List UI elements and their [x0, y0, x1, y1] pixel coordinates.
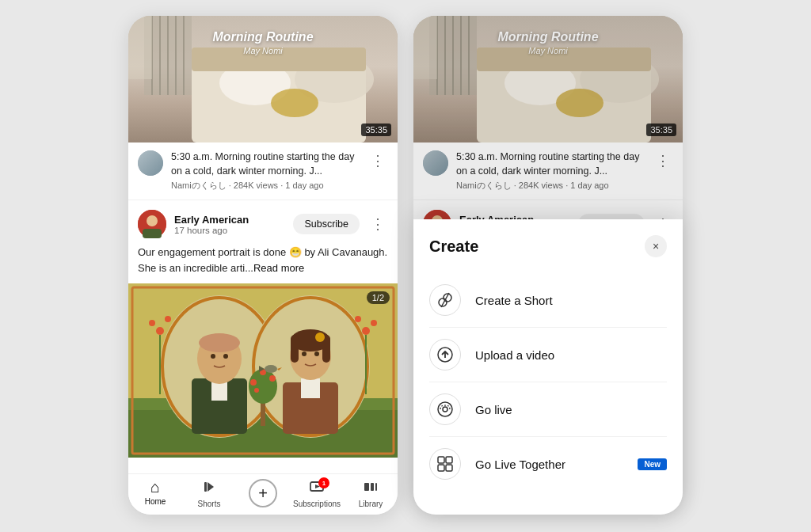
- video-subtitle-left: May Nomi: [128, 46, 398, 55]
- post-time-left: 17 hours ago: [174, 226, 285, 235]
- create-short-label: Create a Short: [475, 294, 667, 307]
- post-text-left: Our engagement portrait is done 😁 by Ali…: [128, 245, 398, 283]
- nav-library-label-left: Library: [359, 500, 383, 508]
- svg-point-51: [362, 327, 370, 335]
- video-channel-right: Namiのくらし · 284K views · 1 day ago: [456, 180, 645, 192]
- svg-rect-30: [301, 378, 320, 398]
- video-info-right: 5:30 a.m. Morning routine starting the d…: [413, 142, 683, 200]
- library-icon-left: [363, 479, 379, 497]
- video-subtitle-right: May Nomi: [413, 46, 683, 55]
- nav-home-left[interactable]: ⌂ Home: [128, 479, 182, 508]
- modal-item-go-live-together[interactable]: Go Live Together New: [429, 437, 667, 491]
- nav-create-left[interactable]: +: [236, 479, 290, 508]
- video-meta-right: 5:30 a.m. Morning routine starting the d…: [456, 150, 645, 192]
- svg-rect-127: [446, 465, 452, 471]
- modal-item-upload-video[interactable]: Upload a video: [429, 328, 667, 382]
- video-thumbnail-left[interactable]: Morning Routine May Nomi 35:35: [128, 16, 398, 142]
- post-header-left: Early American 17 hours ago Subscribe ⋮: [128, 200, 398, 245]
- svg-point-52: [371, 320, 377, 326]
- video-title-left: Morning Routine: [128, 30, 398, 44]
- post-image-left[interactable]: 1/2: [128, 283, 398, 458]
- nav-shorts-left[interactable]: Shorts: [182, 479, 236, 508]
- duration-badge-right: 35:35: [646, 124, 676, 136]
- nav-home-label-left: Home: [145, 497, 166, 506]
- svg-point-13: [147, 215, 158, 226]
- svg-rect-60: [371, 483, 374, 491]
- video-description-left: 5:30 a.m. Morning routine starting the d…: [171, 150, 360, 178]
- video-description-right: 5:30 a.m. Morning routine starting the d…: [456, 150, 645, 178]
- right-panel: Morning Routine May Nomi 35:35 5:30 a.m.…: [413, 16, 683, 515]
- svg-point-26: [223, 354, 228, 359]
- subscriptions-badge-left: 1: [318, 477, 329, 488]
- channel-avatar-left: [138, 150, 163, 176]
- video-title-right: Morning Routine: [413, 30, 683, 44]
- svg-point-47: [156, 327, 164, 335]
- go-live-together-label: Go Live Together: [475, 458, 623, 471]
- svg-point-37: [314, 352, 319, 356]
- go-live-icon: [429, 393, 461, 425]
- shorts-icon-left: [201, 479, 217, 497]
- modal-item-go-live[interactable]: Go live: [429, 382, 667, 437]
- svg-point-71: [556, 89, 603, 117]
- video-more-icon-left[interactable]: ⋮: [367, 150, 388, 171]
- svg-rect-56: [204, 482, 207, 492]
- nav-shorts-label-left: Shorts: [198, 500, 221, 508]
- svg-rect-14: [143, 229, 162, 238]
- svg-point-53: [355, 316, 361, 322]
- upload-video-label: Upload a video: [475, 348, 667, 362]
- go-live-label: Go live: [475, 403, 667, 416]
- svg-rect-59: [364, 483, 369, 491]
- video-meta-left: 5:30 a.m. Morning routine starting the d…: [171, 150, 360, 192]
- post-section-left: Early American 17 hours ago Subscribe ⋮ …: [128, 200, 398, 473]
- read-more-left[interactable]: Read more: [253, 262, 304, 274]
- svg-point-41: [269, 375, 276, 382]
- modal-header: Create ×: [429, 235, 667, 257]
- new-badge: New: [638, 458, 667, 470]
- svg-rect-61: [375, 483, 377, 491]
- post-more-icon-left[interactable]: ⋮: [367, 214, 388, 234]
- svg-point-43: [254, 388, 259, 393]
- video-thumbnail-right: Morning Routine May Nomi 35:35: [413, 16, 683, 142]
- svg-point-44: [265, 365, 277, 373]
- post-author-name-left: Early American: [174, 214, 285, 226]
- svg-rect-126: [438, 465, 444, 471]
- video-info-left: 5:30 a.m. Morning routine starting the d…: [128, 142, 398, 200]
- svg-rect-124: [438, 457, 444, 463]
- post-avatar-left: [138, 210, 166, 238]
- svg-point-49: [165, 316, 171, 322]
- upload-video-icon: [429, 339, 461, 370]
- go-live-together-icon: [429, 448, 461, 480]
- create-icon-left: +: [249, 479, 277, 507]
- post-author-info-left: Early American 17 hours ago: [174, 214, 285, 235]
- svg-rect-125: [446, 457, 452, 463]
- nav-library-left[interactable]: Library: [344, 479, 398, 508]
- svg-point-48: [149, 320, 155, 326]
- image-counter-left: 1/2: [367, 291, 390, 304]
- svg-point-24: [199, 333, 240, 352]
- channel-avatar-right: [423, 150, 448, 176]
- create-short-icon: [429, 284, 461, 316]
- svg-point-25: [211, 354, 215, 359]
- svg-point-9: [271, 89, 318, 117]
- modal-item-create-short[interactable]: Create a Short: [429, 273, 667, 328]
- modal-title: Create: [429, 238, 478, 256]
- svg-point-36: [302, 352, 307, 356]
- subscribe-button-left[interactable]: Subscribe: [293, 214, 360, 234]
- modal-close-button[interactable]: ×: [645, 235, 667, 257]
- nav-subscriptions-label-left: Subscriptions: [293, 500, 341, 508]
- nav-subscriptions-left[interactable]: 1 Subscriptions: [290, 479, 344, 508]
- left-phone: Morning Routine May Nomi 35:35 5:30 a.m.…: [128, 16, 398, 515]
- svg-point-40: [250, 379, 257, 386]
- svg-point-35: [315, 332, 325, 342]
- svg-rect-33: [291, 335, 299, 363]
- home-icon-left: ⌂: [150, 479, 160, 495]
- duration-badge-left: 35:35: [361, 124, 391, 136]
- create-modal: Create × Create a Short: [413, 219, 683, 515]
- video-channel-left: Namiのくらし · 284K views · 1 day ago: [171, 180, 360, 192]
- svg-point-123: [443, 407, 447, 412]
- video-more-icon-right: ⋮: [653, 150, 673, 171]
- bottom-nav-left: ⌂ Home Shorts + 1 Subscriptions: [128, 473, 398, 515]
- svg-marker-55: [208, 482, 214, 492]
